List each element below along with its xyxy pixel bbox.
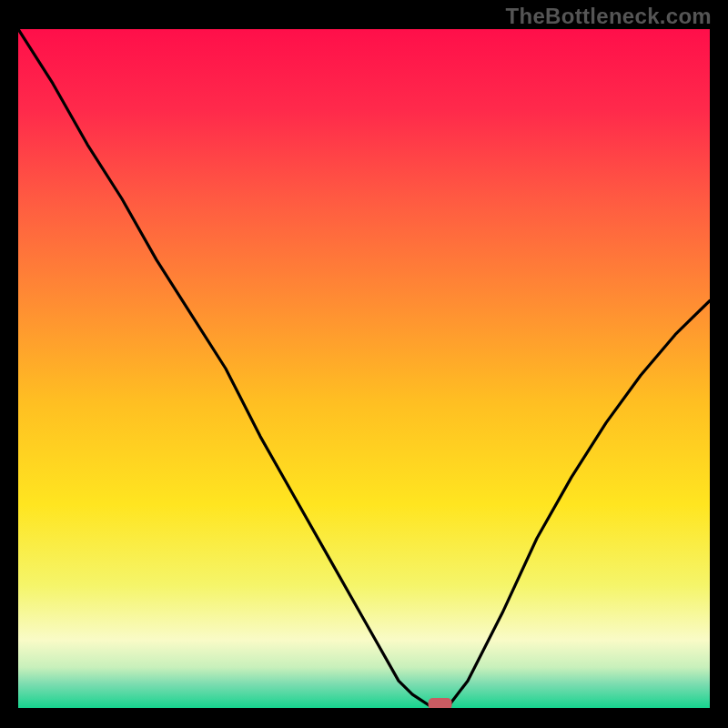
plot-area — [18, 29, 710, 710]
watermark-label: TheBottleneck.com — [506, 4, 712, 29]
chart-svg — [18, 29, 710, 708]
chart-frame: TheBottleneck.com — [0, 0, 728, 728]
gradient-rect — [18, 29, 710, 708]
optimal-point-marker — [429, 698, 452, 708]
